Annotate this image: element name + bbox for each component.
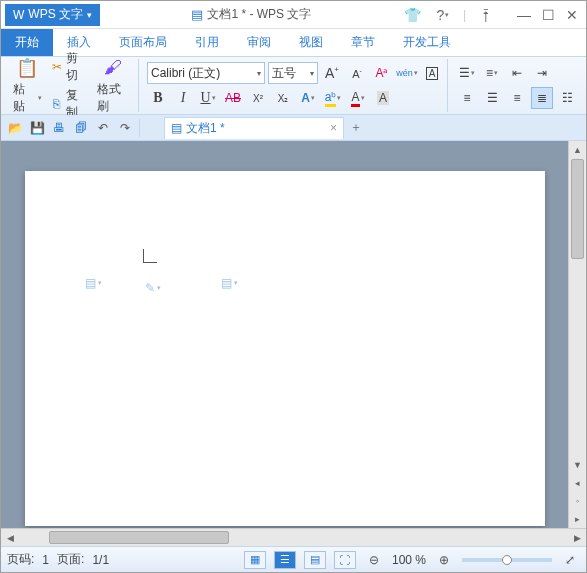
- h-scroll-track[interactable]: [19, 529, 568, 546]
- italic-button[interactable]: I: [172, 87, 194, 109]
- superscript-button[interactable]: X²: [247, 87, 269, 109]
- ribbon-toggle-button[interactable]: ⭱: [476, 5, 496, 25]
- char-shading-button[interactable]: A: [372, 87, 394, 109]
- char-border-button[interactable]: A: [421, 62, 443, 84]
- app-menu-button[interactable]: W WPS 文字 ▾: [5, 4, 100, 26]
- view-fullscreen-button[interactable]: ⛶: [334, 551, 356, 569]
- underline-button[interactable]: U▾: [197, 87, 219, 109]
- underline-icon: U: [200, 90, 210, 106]
- prev-page-button[interactable]: ◂: [569, 474, 586, 492]
- page[interactable]: ▤▾ ✎▾ ▤▾: [25, 171, 545, 526]
- print-button[interactable]: 🖶: [49, 118, 69, 138]
- ribbon-home: 📋 粘贴▾ ✂ 剪切 ⎘ 复制 🖌 格式刷 Calibri (正文) ▾: [1, 57, 586, 115]
- page-icon: ▤: [221, 276, 232, 290]
- clear-format-button[interactable]: Aᵃ: [371, 62, 393, 84]
- format-painter-button[interactable]: 🖌 格式刷: [93, 55, 134, 117]
- text-effect-button[interactable]: A▾: [297, 87, 319, 109]
- subscript-button[interactable]: X₂: [272, 87, 294, 109]
- scissors-icon: ✂: [51, 60, 64, 74]
- print-preview-button[interactable]: 🗐: [71, 118, 91, 138]
- redo-button[interactable]: ↷: [115, 118, 135, 138]
- floating-toolbar-item[interactable]: ✎▾: [145, 281, 161, 295]
- h-scroll-thumb[interactable]: [49, 531, 229, 544]
- cut-button[interactable]: ✂ 剪切: [48, 49, 91, 85]
- zoom-level[interactable]: 100 %: [392, 553, 426, 567]
- undo-button[interactable]: ↶: [93, 118, 113, 138]
- font-family-combo[interactable]: Calibri (正文) ▾: [147, 62, 265, 84]
- numbering-icon: ≡: [486, 66, 493, 80]
- tab-section[interactable]: 章节: [337, 29, 389, 56]
- view-web-layout-button[interactable]: ☰: [274, 551, 296, 569]
- decrease-indent-button[interactable]: ⇤: [506, 62, 528, 84]
- fit-button[interactable]: ⤢: [560, 550, 580, 570]
- document-tab[interactable]: ▤ 文档1 * ×: [164, 117, 344, 139]
- superscript-icon: X²: [253, 93, 263, 104]
- maximize-button[interactable]: ☐: [538, 5, 558, 25]
- align-center-icon: ☰: [487, 91, 498, 105]
- floating-toolbar-item[interactable]: ▤▾: [221, 276, 238, 290]
- highlight-button[interactable]: aᵇ▾: [322, 87, 344, 109]
- align-left-icon: ≡: [463, 91, 470, 105]
- view-print-layout-button[interactable]: ▦: [244, 551, 266, 569]
- document-canvas[interactable]: ▤▾ ✎▾ ▤▾: [1, 141, 568, 528]
- align-right-button[interactable]: ≡: [506, 87, 528, 109]
- bold-button[interactable]: B: [147, 87, 169, 109]
- floating-toolbar-item[interactable]: ▤▾: [85, 276, 102, 290]
- tab-home[interactable]: 开始: [1, 29, 53, 56]
- horizontal-scrollbar[interactable]: ◀ ▶: [1, 528, 586, 546]
- align-justify-button[interactable]: ≣: [531, 87, 553, 109]
- tab-view[interactable]: 视图: [285, 29, 337, 56]
- phonetic-guide-button[interactable]: wén▾: [396, 62, 418, 84]
- bold-icon: B: [153, 90, 162, 106]
- help-button[interactable]: ?▾: [433, 5, 453, 25]
- scroll-track[interactable]: [569, 159, 586, 456]
- scroll-left-button[interactable]: ◀: [1, 529, 19, 547]
- draw-icon: ✎: [145, 281, 155, 295]
- brush-icon: 🖌: [102, 57, 124, 79]
- page-total[interactable]: 1/1: [92, 553, 109, 567]
- increase-indent-button[interactable]: ⇥: [531, 62, 553, 84]
- add-tab-button[interactable]: ＋: [346, 118, 366, 138]
- page-number[interactable]: 1: [42, 553, 49, 567]
- zoom-slider-thumb[interactable]: [502, 555, 512, 565]
- tab-developer[interactable]: 开发工具: [389, 29, 465, 56]
- paste-button[interactable]: 📋 粘贴▾: [9, 55, 46, 117]
- strike-button[interactable]: AB: [222, 87, 244, 109]
- paste-label: 粘贴: [13, 81, 35, 115]
- zoom-slider[interactable]: [462, 558, 552, 562]
- shrink-font-button[interactable]: A-: [346, 62, 368, 84]
- close-button[interactable]: ✕: [562, 5, 582, 25]
- align-left-button[interactable]: ≡: [456, 87, 478, 109]
- open-button[interactable]: 📂: [5, 118, 25, 138]
- minimize-button[interactable]: —: [514, 5, 534, 25]
- chevron-down-icon: ▾: [310, 69, 314, 78]
- tab-review[interactable]: 审阅: [233, 29, 285, 56]
- scroll-thumb[interactable]: [571, 159, 584, 259]
- distribute-button[interactable]: ☷: [556, 87, 578, 109]
- align-center-button[interactable]: ☰: [481, 87, 503, 109]
- group-clipboard: 📋 粘贴▾ ✂ 剪切 ⎘ 复制 🖌 格式刷: [5, 59, 139, 112]
- zoom-out-button[interactable]: ⊖: [364, 550, 384, 570]
- font-size-combo[interactable]: 五号 ▾: [268, 62, 318, 84]
- page-icon: ▤: [85, 276, 96, 290]
- scroll-right-button[interactable]: ▶: [568, 529, 586, 547]
- scroll-down-button[interactable]: ▼: [569, 456, 586, 474]
- next-page-button[interactable]: ▸: [569, 510, 586, 528]
- tab-references[interactable]: 引用: [181, 29, 233, 56]
- scroll-up-button[interactable]: ▲: [569, 141, 586, 159]
- font-color-button[interactable]: A▾: [347, 87, 369, 109]
- numbering-button[interactable]: ≡▾: [481, 62, 503, 84]
- vertical-scrollbar[interactable]: ▲ ▼ ◂ ◦ ▸: [568, 141, 586, 528]
- tab-page-layout[interactable]: 页面布局: [105, 29, 181, 56]
- grow-font-button[interactable]: A+: [321, 62, 343, 84]
- browse-object-button[interactable]: ◦: [569, 492, 586, 510]
- skin-icon[interactable]: 👕: [403, 5, 423, 25]
- title-sep: |: [463, 8, 466, 22]
- bullets-button[interactable]: ☰▾: [456, 62, 478, 84]
- title-bar: W WPS 文字 ▾ ▤ 文档1 * - WPS 文字 👕 ?▾ | ⭱ — ☐…: [1, 1, 586, 29]
- save-button[interactable]: 💾: [27, 118, 47, 138]
- view-outline-button[interactable]: ▤: [304, 551, 326, 569]
- subscript-icon: X₂: [278, 93, 289, 104]
- close-tab-button[interactable]: ×: [330, 121, 337, 135]
- zoom-in-button[interactable]: ⊕: [434, 550, 454, 570]
